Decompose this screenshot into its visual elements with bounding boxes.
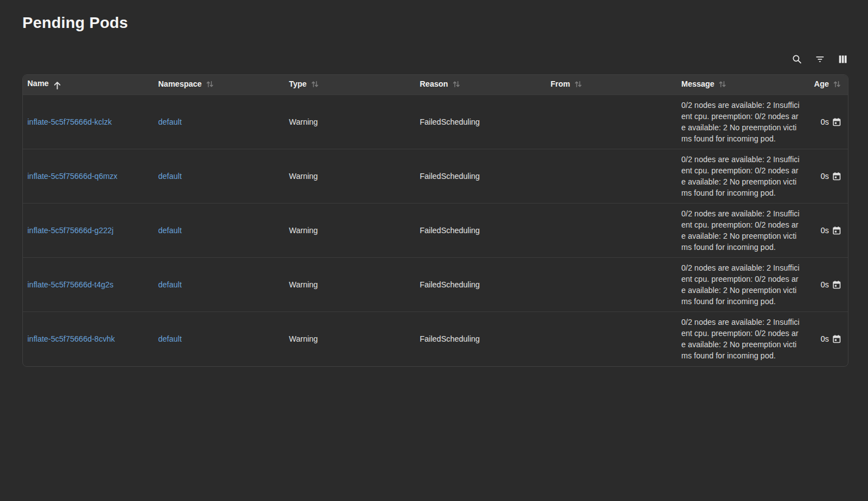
cell-reason: FailedScheduling <box>415 149 546 204</box>
age-value: 0s <box>820 172 829 181</box>
message-value: 0/2 nodes are available: 2 Insufficient … <box>681 155 799 197</box>
cell-from <box>546 312 677 366</box>
calendar-icon <box>832 280 841 289</box>
search-button[interactable] <box>791 54 803 65</box>
calendar-icon <box>832 172 841 181</box>
column-header-reason[interactable]: Reason <box>415 75 546 95</box>
pod-link[interactable]: inflate-5c5f75666d-g222j <box>27 226 113 235</box>
columns-icon <box>837 54 848 65</box>
cell-reason: FailedScheduling <box>415 312 546 366</box>
column-label: Type <box>289 79 307 88</box>
pending-pods-page: Pending Pods N <box>0 0 868 367</box>
cell-name: inflate-5c5f75666d-kclzk <box>23 95 154 149</box>
calendar-icon <box>832 117 841 126</box>
column-header-namespace[interactable]: Namespace <box>154 75 284 95</box>
filter-icon <box>814 54 826 65</box>
cell-message: 0/2 nodes are available: 2 Insufficient … <box>677 312 809 366</box>
pod-link[interactable]: inflate-5c5f75666d-t4g2s <box>27 280 113 289</box>
cell-age: 0s <box>809 95 848 149</box>
column-label: Reason <box>420 79 448 88</box>
column-header-age[interactable]: Age <box>809 75 848 95</box>
cell-name: inflate-5c5f75666d-g222j <box>23 204 154 258</box>
column-label: Message <box>681 79 714 88</box>
pod-link[interactable]: inflate-5c5f75666d-kclzk <box>27 117 112 126</box>
message-value: 0/2 nodes are available: 2 Insufficient … <box>681 101 799 143</box>
up-down-arrows-icon <box>311 80 319 90</box>
table-row: inflate-5c5f75666d-kclzk default Warning… <box>23 95 848 149</box>
cell-type: Warning <box>284 312 415 366</box>
cell-namespace: default <box>154 312 284 366</box>
type-value: Warning <box>289 172 318 181</box>
filter-button[interactable] <box>814 54 826 65</box>
cell-from <box>546 204 677 258</box>
type-value: Warning <box>289 280 318 289</box>
message-value: 0/2 nodes are available: 2 Insufficient … <box>681 263 799 306</box>
column-header-from[interactable]: From <box>546 75 677 95</box>
search-icon <box>791 54 803 65</box>
cell-age: 0s <box>809 312 848 366</box>
message-value: 0/2 nodes are available: 2 Insufficient … <box>681 318 799 360</box>
cell-age: 0s <box>809 204 848 258</box>
table-row: inflate-5c5f75666d-g222j default Warning… <box>23 204 848 258</box>
cell-age: 0s <box>809 258 848 312</box>
pending-pods-table: Name Namespace Type Reason From <box>22 74 848 367</box>
age-value: 0s <box>820 226 829 235</box>
type-value: Warning <box>289 117 318 126</box>
cell-reason: FailedScheduling <box>415 204 546 258</box>
page-title: Pending Pods <box>22 13 848 32</box>
reason-value: FailedScheduling <box>420 334 480 343</box>
table-header-row: Name Namespace Type Reason From <box>23 75 848 95</box>
arrow-up-icon <box>53 81 62 90</box>
cell-message: 0/2 nodes are available: 2 Insufficient … <box>677 149 809 204</box>
cell-type: Warning <box>284 149 415 204</box>
table-toolbar <box>22 53 848 65</box>
cell-namespace: default <box>154 95 284 149</box>
age-value: 0s <box>820 334 829 343</box>
up-down-arrows-icon <box>718 80 727 90</box>
cell-message: 0/2 nodes are available: 2 Insufficient … <box>677 258 809 312</box>
column-header-type[interactable]: Type <box>284 75 415 95</box>
age-value: 0s <box>820 117 829 126</box>
calendar-icon <box>832 334 841 343</box>
namespace-link[interactable]: default <box>158 226 182 235</box>
table-row: inflate-5c5f75666d-t4g2s default Warning… <box>23 258 848 312</box>
up-down-arrows-icon <box>833 80 841 90</box>
namespace-link[interactable]: default <box>158 117 182 126</box>
calendar-icon <box>832 226 841 235</box>
column-header-name[interactable]: Name <box>23 75 154 95</box>
type-value: Warning <box>289 226 318 235</box>
columns-button[interactable] <box>837 54 848 65</box>
age-value: 0s <box>820 280 829 289</box>
message-value: 0/2 nodes are available: 2 Insufficient … <box>681 209 799 252</box>
column-label: Age <box>814 79 829 88</box>
cell-reason: FailedScheduling <box>415 95 546 149</box>
cell-type: Warning <box>284 95 415 149</box>
reason-value: FailedScheduling <box>420 117 480 126</box>
table-row: inflate-5c5f75666d-q6mzx default Warning… <box>23 149 848 204</box>
column-label: Name <box>27 79 49 88</box>
reason-value: FailedScheduling <box>420 226 480 235</box>
up-down-arrows-icon <box>206 80 214 90</box>
namespace-link[interactable]: default <box>158 280 182 289</box>
column-label: From <box>551 79 570 88</box>
namespace-link[interactable]: default <box>158 334 182 343</box>
up-down-arrows-icon <box>452 80 461 90</box>
reason-value: FailedScheduling <box>420 280 480 289</box>
column-header-message[interactable]: Message <box>677 75 809 95</box>
cell-age: 0s <box>809 149 848 204</box>
pod-link[interactable]: inflate-5c5f75666d-q6mzx <box>27 172 117 181</box>
cell-namespace: default <box>154 204 284 258</box>
cell-reason: FailedScheduling <box>415 258 546 312</box>
cell-type: Warning <box>284 204 415 258</box>
pod-link[interactable]: inflate-5c5f75666d-8cvhk <box>27 334 115 343</box>
cell-message: 0/2 nodes are available: 2 Insufficient … <box>677 95 809 149</box>
cell-namespace: default <box>154 258 284 312</box>
up-down-arrows-icon <box>574 80 582 90</box>
namespace-link[interactable]: default <box>158 172 182 181</box>
column-label: Namespace <box>158 79 202 88</box>
table-row: inflate-5c5f75666d-8cvhk default Warning… <box>23 312 848 366</box>
cell-from <box>546 95 677 149</box>
cell-name: inflate-5c5f75666d-q6mzx <box>23 149 154 204</box>
type-value: Warning <box>289 334 318 343</box>
cell-namespace: default <box>154 149 284 204</box>
